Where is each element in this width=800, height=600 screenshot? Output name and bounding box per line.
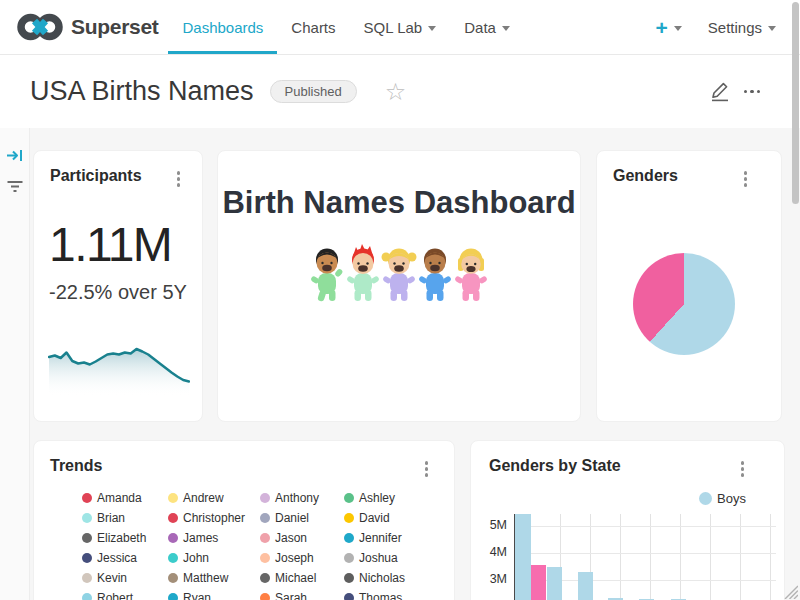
- chevron-down-icon: [674, 26, 682, 31]
- big-number-value: 1.11M: [49, 217, 171, 272]
- chevron-down-icon: [428, 26, 436, 31]
- nav-items: Dashboards Charts SQL Lab Data: [168, 0, 523, 54]
- card-trends: Trends AmandaAndrewAnthonyAshleyBrianChr…: [33, 440, 455, 600]
- y-axis-tick: 5M: [479, 518, 507, 532]
- legend-dot: [82, 593, 92, 600]
- bar-boys[interactable]: [547, 567, 562, 600]
- legend-item[interactable]: David: [344, 511, 426, 524]
- resize-handle-icon[interactable]: [781, 582, 798, 599]
- gridline-horizontal: [514, 553, 776, 554]
- more-options-icon[interactable]: [742, 86, 763, 98]
- legend-label: Kevin: [97, 571, 127, 585]
- chart-menu-kebab-icon[interactable]: [742, 169, 750, 189]
- nav-item-label: Data: [464, 19, 496, 36]
- dashboard-header: USA Births Names Published ☆: [0, 55, 800, 128]
- chevron-down-icon: [502, 26, 510, 31]
- legend-item[interactable]: Michael: [260, 571, 344, 584]
- legend-dot: [168, 513, 178, 523]
- legend-dot: [344, 553, 354, 563]
- legend-label: Andrew: [183, 491, 224, 505]
- legend-dot: [82, 573, 92, 583]
- top-navbar: Superset Dashboards Charts SQL Lab Data …: [0, 0, 800, 55]
- edit-pencil-icon[interactable]: [710, 81, 730, 102]
- chart-menu-kebab-icon[interactable]: [175, 169, 183, 189]
- legend-label: John: [183, 551, 209, 565]
- legend-item[interactable]: Anthony: [260, 491, 344, 504]
- legend-dot: [82, 553, 92, 563]
- expand-filter-bar-icon[interactable]: [6, 148, 24, 163]
- legend-label: Ashley: [359, 491, 395, 505]
- legend-dot: [168, 573, 178, 583]
- legend-label: Michael: [275, 571, 316, 585]
- legend-label: Brian: [97, 511, 125, 525]
- legend-item[interactable]: Ashley: [344, 491, 426, 504]
- big-number-subheader: -22.5% over 5Y: [49, 281, 187, 304]
- bar-girls[interactable]: [531, 565, 546, 600]
- legend-dot: [260, 493, 270, 503]
- nav-right: + Settings: [656, 0, 800, 54]
- dashboard-grid: Participants 1.11M -22.5% over 5Y Birth …: [0, 128, 800, 600]
- bar-chart-plot: 5M4M3M: [471, 441, 784, 600]
- legend-dot: [260, 593, 270, 600]
- legend-item[interactable]: Jessica: [82, 551, 168, 564]
- legend-label: Anthony: [275, 491, 319, 505]
- legend-dot: [344, 513, 354, 523]
- legend-item[interactable]: Ryan: [168, 591, 260, 600]
- nav-item-charts[interactable]: Charts: [277, 0, 349, 54]
- genders-pie-chart[interactable]: [633, 253, 735, 355]
- legend-item[interactable]: John: [168, 551, 260, 564]
- legend-item[interactable]: Matthew: [168, 571, 260, 584]
- legend-item[interactable]: Amanda: [82, 491, 168, 504]
- legend-item[interactable]: Jennifer: [344, 531, 426, 544]
- legend-item[interactable]: Kevin: [82, 571, 168, 584]
- legend-dot: [260, 533, 270, 543]
- published-badge[interactable]: Published: [270, 80, 357, 103]
- legend-label: Jason: [275, 531, 307, 545]
- legend-label: Thomas: [359, 591, 402, 600]
- new-item-button[interactable]: +: [656, 17, 682, 38]
- legend-label: Matthew: [183, 571, 228, 585]
- legend-item[interactable]: Elizabeth: [82, 531, 168, 544]
- nav-item-sql-lab[interactable]: SQL Lab: [350, 0, 451, 54]
- header-actions: [710, 81, 771, 102]
- legend-item[interactable]: Jason: [260, 531, 344, 544]
- bar-boys[interactable]: [515, 514, 531, 600]
- chevron-down-icon: [768, 26, 776, 31]
- y-axis-tick: 4M: [479, 545, 507, 559]
- legend-item[interactable]: James: [168, 531, 260, 544]
- favorite-star-icon[interactable]: ☆: [385, 80, 407, 104]
- superset-infinity-icon: [17, 12, 63, 42]
- vertical-scrollbar-thumb[interactable]: [792, 2, 799, 204]
- superset-logo[interactable]: Superset: [0, 0, 158, 54]
- filter-funnel-icon[interactable]: [6, 180, 24, 193]
- legend-dot: [344, 493, 354, 503]
- chart-menu-kebab-icon[interactable]: [423, 459, 431, 479]
- legend-label: Joshua: [359, 551, 398, 565]
- nav-item-label: Dashboards: [182, 19, 263, 36]
- legend-item[interactable]: Joseph: [260, 551, 344, 564]
- settings-menu[interactable]: Settings: [708, 19, 776, 36]
- trends-legend: AmandaAndrewAnthonyAshleyBrianChristophe…: [82, 491, 426, 600]
- legend-label: Nicholas: [359, 571, 405, 585]
- nav-item-data[interactable]: Data: [450, 0, 524, 54]
- legend-label: Jessica: [97, 551, 137, 565]
- legend-dot: [168, 533, 178, 543]
- legend-item[interactable]: Robert: [82, 591, 168, 600]
- legend-item[interactable]: Thomas: [344, 591, 426, 600]
- bar-boys[interactable]: [578, 572, 593, 600]
- legend-item[interactable]: Brian: [82, 511, 168, 524]
- legend-item[interactable]: Andrew: [168, 491, 260, 504]
- legend-item[interactable]: Christopher: [168, 511, 260, 524]
- legend-dot: [344, 573, 354, 583]
- legend-item[interactable]: Daniel: [260, 511, 344, 524]
- children-illustration: [309, 243, 489, 309]
- brand-name: Superset: [71, 15, 158, 39]
- chart-title: Trends: [50, 457, 102, 475]
- legend-label: David: [359, 511, 390, 525]
- legend-item[interactable]: Joshua: [344, 551, 426, 564]
- legend-dot: [168, 493, 178, 503]
- legend-item[interactable]: Nicholas: [344, 571, 426, 584]
- legend-dot: [344, 533, 354, 543]
- nav-item-dashboards[interactable]: Dashboards: [168, 0, 277, 54]
- legend-item[interactable]: Sarah: [260, 591, 344, 600]
